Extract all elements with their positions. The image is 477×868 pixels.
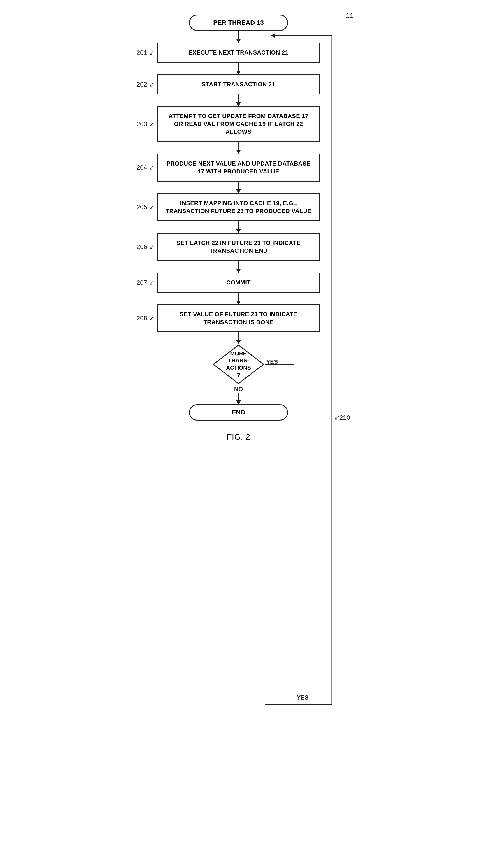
end-pill: END [189,404,288,421]
step-203-row: 203 ↙ ATTEMPT TO GET UPDATE FROM DATABAS… [119,106,358,142]
start-pill: PER THREAD 13 [189,14,288,31]
box-202-text: START TRANSACTION 21 [202,81,275,88]
label-202: 202 ↙ [137,81,154,88]
arrow-2 [238,63,239,74]
box-203: ATTEMPT TO GET UPDATE FROM DATABASE 17 O… [157,106,320,142]
box-203-text: ATTEMPT TO GET UPDATE FROM DATABASE 17 O… [169,113,308,135]
label-208: 208 ↙ [137,314,154,322]
box-201-text: EXECUTE NEXT TRANSACTION 21 [188,49,288,56]
box-202: START TRANSACTION 21 [157,74,320,94]
box-205-text: INSERT MAPPING INTO CACHE 19, E.G., TRAN… [166,200,311,214]
end-label: END [232,409,245,416]
label-205: 205 ↙ [137,204,154,211]
box-205: INSERT MAPPING INTO CACHE 19, E.G., TRAN… [157,193,320,221]
no-label: NO [234,386,243,393]
label-201: 201 ↙ [137,49,154,57]
box-204: PRODUCE NEXT VALUE AND UPDATE DATABASE 1… [157,154,320,182]
arrow-to-end [238,393,239,404]
box-208: SET VALUE OF FUTURE 23 TO INDICATE TRANS… [157,304,320,332]
step-206-row: 206 ↙ SET LATCH 22 IN FUTURE 23 TO INDIC… [119,233,358,261]
arrow-1 [238,31,239,42]
box-206: SET LATCH 22 IN FUTURE 23 TO INDICATE TR… [157,233,320,261]
arrow-3 [238,94,239,106]
label-207: 207 ↙ [137,279,154,286]
arrow-5 [238,182,239,193]
step-207-row: 207 ↙ COMMIT [119,273,358,292]
step-204-row: 204 ↙ PRODUCE NEXT VALUE AND UPDATE DATA… [119,154,358,182]
fig-caption: FIG. 2 [227,432,250,441]
arrow-4 [238,142,239,154]
end-row: END [119,404,358,421]
arrow-9 [238,332,239,344]
decision-diamond: MORETRANS-ACTIONS? [212,344,265,385]
arrow-6 [238,221,239,233]
start-row: PER THREAD 13 [119,14,358,31]
diamond-wrap: MORETRANS-ACTIONS? YES NO [119,344,358,393]
box-207-text: COMMIT [226,279,251,286]
flowchart-container: 11 PER THREAD 13 201 ↙ EXECUTE NEXT TRAN… [119,12,358,441]
box-208-text: SET VALUE OF FUTURE 23 TO INDICATE TRANS… [180,311,297,325]
loop-arrowhead [271,33,275,38]
step-201-row: 201 ↙ EXECUTE NEXT TRANSACTION 21 [119,42,358,63]
arrow-7 [238,261,239,273]
box-201: EXECUTE NEXT TRANSACTION 21 [157,42,320,63]
label-206: 206 ↙ [137,243,154,251]
step-208-row: 208 ↙ SET VALUE OF FUTURE 23 TO INDICATE… [119,304,358,332]
step-205-row: 205 ↙ INSERT MAPPING INTO CACHE 19, E.G.… [119,193,358,221]
label-203: 203 ↙ [137,120,154,128]
start-label: PER THREAD 13 [213,19,264,26]
box-207: COMMIT [157,273,320,292]
yes-text-svg: YES [297,694,308,701]
yes-label: YES [266,359,278,365]
box-204-text: PRODUCE NEXT VALUE AND UPDATE DATABASE 1… [167,160,310,175]
box-206-text: SET LATCH 22 IN FUTURE 23 TO INDICATE TR… [177,240,301,254]
step-202-row: 202 ↙ START TRANSACTION 21 [119,74,358,94]
arrow-8 [238,292,239,304]
diamond-text: MORETRANS-ACTIONS? [226,350,251,379]
label-204: 204 ↙ [137,164,154,172]
